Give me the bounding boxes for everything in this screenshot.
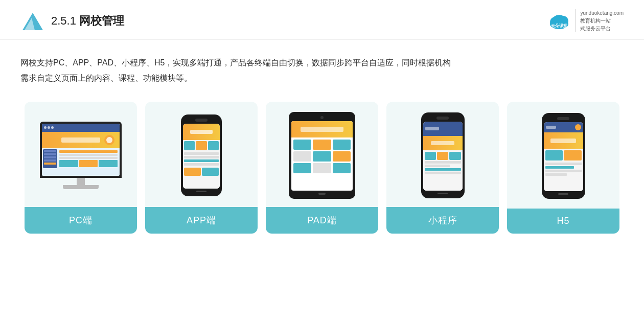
card-miniapp: 小程序 <box>386 102 499 234</box>
brand-logo: 云朵课堂 yunduoketang.com 教育机构一站 式服务云平台 <box>547 9 624 32</box>
header-right: 云朵课堂 yunduoketang.com 教育机构一站 式服务云平台 <box>547 9 624 32</box>
h5-phone-mock <box>542 113 585 199</box>
brand-cloud-icon: 云朵课堂 <box>547 11 571 31</box>
description-line1: 网校支持PC、APP、PAD、小程序、H5，实现多端打通，产品各终端自由切换，数… <box>20 58 451 67</box>
card-h5: H5 <box>507 102 619 234</box>
card-miniapp-image <box>386 102 499 207</box>
pad-tablet-mock <box>289 112 355 199</box>
card-h5-image <box>507 102 619 209</box>
card-app-image <box>145 102 258 207</box>
card-app: APP端 <box>145 102 258 234</box>
card-pc-label: PC端 <box>25 207 137 234</box>
page-container: 2.5.1 网校管理 云朵课堂 yunduoketang.com 教育机构一站 … <box>0 0 644 322</box>
cards-section: PC端 <box>0 86 644 249</box>
card-h5-label: H5 <box>507 209 619 234</box>
card-pc: PC端 <box>25 102 137 234</box>
svg-text:云朵课堂: 云朵课堂 <box>551 24 568 28</box>
brand-text: yunduoketang.com 教育机构一站 式服务云平台 <box>576 9 624 32</box>
card-pad: PAD端 <box>266 102 378 234</box>
card-app-label: APP端 <box>145 207 258 234</box>
miniapp-phone-mock <box>421 112 465 198</box>
card-miniapp-label: 小程序 <box>386 207 499 234</box>
page-title: 2.5.1 网校管理 <box>51 13 124 29</box>
card-pc-image <box>25 102 137 207</box>
card-pad-label: PAD端 <box>266 207 378 234</box>
logo-triangle-icon <box>20 10 43 32</box>
description: 网校支持PC、APP、PAD、小程序、H5，实现多端打通，产品各终端自由切换，数… <box>0 40 644 86</box>
card-pad-image <box>266 102 378 207</box>
description-line2: 需求自定义页面上的内容、课程、功能模块等。 <box>20 74 192 82</box>
app-phone-mock <box>181 114 222 196</box>
header: 2.5.1 网校管理 云朵课堂 yunduoketang.com 教育机构一站 … <box>0 0 644 40</box>
pc-monitor <box>40 122 122 189</box>
header-left: 2.5.1 网校管理 <box>20 10 124 32</box>
